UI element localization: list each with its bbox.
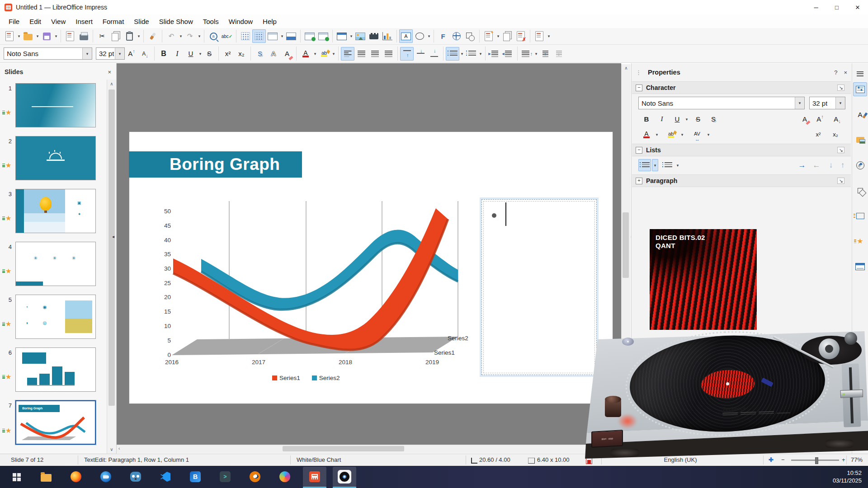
slide-thumbnail-5[interactable]: ◔◉◑◎	[15, 295, 96, 339]
slide-4-animation-icon[interactable]: ★	[5, 267, 11, 275]
start-button[interactable]	[5, 467, 28, 487]
taskbar-thunderbird-icon[interactable]	[94, 467, 118, 487]
underline-dropdown[interactable]: ▾	[198, 52, 203, 56]
menu-format[interactable]: Format	[98, 16, 129, 27]
highlight-color-button[interactable]: ab	[317, 47, 331, 61]
maximize-button[interactable]: □	[826, 0, 847, 14]
redo-dropdown[interactable]: ▾	[197, 34, 202, 38]
taskbar-terminal-icon[interactable]: >	[213, 467, 237, 487]
undo-dropdown[interactable]: ▾	[179, 34, 183, 38]
taskbar-file-explorer-icon[interactable]	[34, 467, 58, 487]
sidebar-underline-button[interactable]: U	[671, 113, 684, 125]
sidebar-font-size-dropdown[interactable]: ▾	[835, 97, 845, 109]
sidebar-tab-shapes[interactable]	[853, 183, 867, 197]
new-document-button[interactable]	[3, 29, 16, 43]
sidebar-ordered-list-dropdown[interactable]: ▾	[675, 159, 681, 171]
counterweight[interactable]	[844, 332, 857, 345]
duplicate-slide-button[interactable]	[500, 29, 514, 43]
display-views-dropdown[interactable]: ▾	[280, 34, 284, 38]
shadow-button[interactable]: S	[253, 47, 267, 61]
character-dialog-launcher-icon[interactable]: ↘	[837, 84, 844, 91]
sidebar-tab-properties[interactable]	[853, 82, 867, 96]
save-dropdown[interactable]: ▾	[54, 34, 58, 38]
delete-slide-button[interactable]	[514, 29, 528, 43]
start-from-first-slide-button[interactable]	[303, 29, 316, 43]
new-slide-dropdown[interactable]: ▾	[496, 34, 500, 38]
sidebar-ordered-list-button[interactable]	[661, 159, 674, 171]
pitch-fader[interactable]	[842, 363, 861, 427]
align-left-button[interactable]	[341, 47, 354, 61]
slide-6-animation-icon[interactable]: ★	[5, 373, 11, 381]
taskbar-clock[interactable]: 10:52 03/11/2025	[833, 469, 862, 484]
clone-formatting-button[interactable]	[146, 29, 160, 43]
slide-thumbnail-1[interactable]	[15, 83, 96, 127]
decrease-paragraph-spacing-button[interactable]: ↓	[552, 47, 566, 61]
slide-thumbnail-4[interactable]: ✳✳✳	[15, 242, 96, 286]
print-button[interactable]	[77, 29, 90, 43]
font-color-button[interactable]: A	[299, 47, 312, 61]
cut-button[interactable]: ✂	[95, 29, 109, 43]
basic-shapes-button[interactable]	[413, 29, 426, 43]
lists-collapse-icon[interactable]: −	[636, 147, 642, 154]
properties-help-icon[interactable]: ?	[834, 69, 837, 76]
slide-3-animation-icon[interactable]: ★	[5, 214, 11, 222]
sidebar-tab-styles[interactable]: A	[853, 108, 867, 122]
outline-button[interactable]: A	[267, 47, 280, 61]
open-dropdown[interactable]: ▾	[35, 34, 40, 38]
clear-formatting-button[interactable]: A	[280, 47, 294, 61]
menu-view[interactable]: View	[46, 16, 71, 27]
line-spacing-button[interactable]: ↑	[520, 47, 533, 61]
align-bottom-button[interactable]: ↓	[427, 47, 441, 61]
sidebar-demote-button[interactable]: →	[796, 159, 808, 171]
slide-1-animation-icon[interactable]: ★	[5, 108, 11, 117]
paragraph-section-header[interactable]: + Paragraph ↘	[632, 174, 851, 187]
new-document-dropdown[interactable]: ▾	[17, 34, 21, 38]
taskbar-music-player-icon-active[interactable]	[333, 467, 356, 487]
export-pdf-button[interactable]	[63, 29, 77, 43]
sidebar-decrease-size-button[interactable]: A↓	[831, 113, 844, 125]
font-size-dropdown[interactable]: ▾	[115, 48, 124, 59]
highlight-color-dropdown[interactable]: ▾	[331, 52, 336, 56]
menu-window[interactable]: Window	[224, 16, 258, 27]
properties-close-icon[interactable]: ×	[844, 69, 847, 76]
basic-shapes-dropdown[interactable]: ▾	[427, 34, 431, 38]
slide-thumbnail-7-selected[interactable]: Boring Graph	[15, 400, 96, 445]
bold-button[interactable]: B	[157, 47, 170, 61]
sidebar-increase-size-button[interactable]: A↑	[814, 113, 826, 125]
cue-knob[interactable]	[605, 399, 621, 417]
sidebar-font-name-dropdown[interactable]: ▾	[795, 97, 804, 109]
unordered-list-dropdown[interactable]: ▾	[460, 52, 464, 56]
ordered-list-button[interactable]	[464, 47, 478, 61]
new-slide-button[interactable]	[482, 29, 495, 43]
sidebar-clear-formatting-button[interactable]: A	[798, 113, 811, 125]
paste-button[interactable]	[123, 29, 136, 43]
italic-button[interactable]: I	[170, 47, 184, 61]
increase-paragraph-spacing-button[interactable]: ↑	[538, 47, 552, 61]
sidebar-font-size-combobox[interactable]: 32 pt ▾	[809, 97, 845, 109]
minimize-button[interactable]: ─	[806, 0, 826, 14]
slides-panel-scrollbar[interactable]: ∧ ∨	[107, 80, 116, 454]
sidebar-menu-icon[interactable]	[853, 67, 867, 81]
taskbar-impress-icon-active[interactable]	[303, 467, 326, 487]
subscript-button[interactable]: x₂	[235, 47, 248, 61]
sidebar-shadow-button[interactable]: S	[707, 113, 720, 125]
sidebar-underline-dropdown[interactable]: ▾	[684, 113, 690, 125]
sidebar-highlight-dropdown[interactable]: ▾	[679, 128, 685, 141]
decrease-font-size-button[interactable]: A↓	[138, 47, 152, 61]
sidebar-tab-navigator[interactable]	[853, 158, 867, 172]
sidebar-character-spacing-dropdown[interactable]: ▾	[705, 128, 712, 141]
sidebar-tab-gallery[interactable]	[853, 133, 867, 147]
character-collapse-icon[interactable]: −	[636, 84, 642, 91]
sidebar-move-down-button[interactable]: ↓	[825, 159, 837, 171]
slide-5-animation-icon[interactable]: ★	[5, 320, 11, 328]
spelling-button[interactable]: abc✓	[220, 29, 234, 43]
underline-button[interactable]: U	[184, 47, 198, 61]
character-section-header[interactable]: − Character ↘	[632, 81, 851, 94]
align-right-button[interactable]	[368, 47, 382, 61]
sidebar-promote-button[interactable]: ←	[810, 159, 823, 171]
sidebar-italic-button[interactable]: I	[656, 113, 668, 125]
ordered-list-dropdown[interactable]: ▾	[478, 52, 483, 56]
increase-indent-button[interactable]	[488, 47, 501, 61]
font-name-combobox[interactable]: Noto Sans ▾	[4, 47, 92, 60]
sidebar-font-color-button[interactable]: A	[640, 128, 653, 141]
